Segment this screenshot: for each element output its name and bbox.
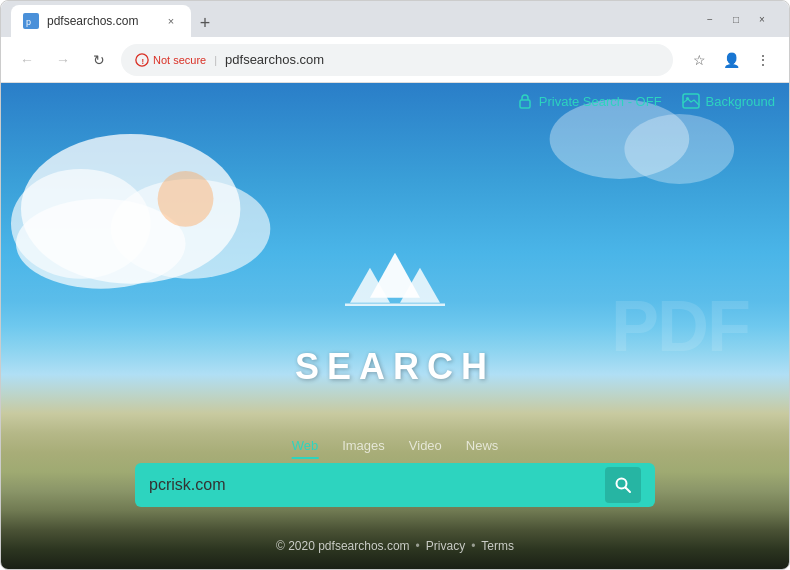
title-bar: p pdfsearchos.com × + − □ × bbox=[1, 1, 789, 37]
profile-button[interactable]: 👤 bbox=[717, 46, 745, 74]
background-label: Background bbox=[706, 94, 775, 109]
footer-dot-1: • bbox=[416, 539, 420, 553]
svg-text:!: ! bbox=[142, 56, 145, 65]
tab-favicon: p bbox=[23, 13, 39, 29]
tab-video[interactable]: Video bbox=[409, 434, 442, 459]
svg-rect-11 bbox=[520, 100, 530, 108]
menu-button[interactable]: ⋮ bbox=[749, 46, 777, 74]
forward-button[interactable]: → bbox=[49, 46, 77, 74]
footer-privacy-link[interactable]: Privacy bbox=[426, 539, 465, 553]
logo-area: SEARCH bbox=[295, 240, 495, 388]
tab-images[interactable]: Images bbox=[342, 434, 385, 459]
tab-bar: p pdfsearchos.com × + bbox=[11, 1, 219, 37]
address-actions: ☆ 👤 ⋮ bbox=[685, 46, 777, 74]
close-button[interactable]: × bbox=[749, 6, 775, 32]
reload-button[interactable]: ↻ bbox=[85, 46, 113, 74]
image-icon bbox=[682, 93, 700, 109]
svg-text:p: p bbox=[26, 17, 31, 27]
tab-news[interactable]: News bbox=[466, 434, 499, 459]
address-bar: ← → ↻ ! Not secure | ☆ 👤 ⋮ bbox=[1, 37, 789, 83]
minimize-button[interactable]: − bbox=[697, 6, 723, 32]
search-box bbox=[135, 463, 655, 507]
browser-window: p pdfsearchos.com × + − □ × ← → ↻ ! Not … bbox=[0, 0, 790, 570]
page-top-bar: Private Search - OFF Background bbox=[517, 93, 775, 109]
logo-text: SEARCH bbox=[295, 346, 495, 388]
maximize-button[interactable]: □ bbox=[723, 6, 749, 32]
url-separator: | bbox=[214, 54, 217, 66]
url-input[interactable] bbox=[225, 52, 659, 67]
logo-icon bbox=[335, 240, 455, 340]
svg-line-19 bbox=[626, 488, 631, 493]
tab-web[interactable]: Web bbox=[292, 434, 319, 459]
active-tab[interactable]: p pdfsearchos.com × bbox=[11, 5, 191, 37]
window-controls: − □ × bbox=[697, 6, 775, 32]
private-search-button[interactable]: Private Search - OFF bbox=[517, 93, 662, 109]
background-button[interactable]: Background bbox=[682, 93, 775, 109]
tab-close-button[interactable]: × bbox=[163, 13, 179, 29]
footer-dot-2: • bbox=[471, 539, 475, 553]
search-tabs: Web Images Video News bbox=[292, 434, 499, 459]
tab-title: pdfsearchos.com bbox=[47, 14, 155, 28]
private-search-label: Private Search - OFF bbox=[539, 94, 662, 109]
search-input[interactable] bbox=[149, 476, 605, 494]
security-indicator: ! Not secure bbox=[135, 53, 206, 67]
security-label: Not secure bbox=[153, 54, 206, 66]
page-content: PDF Private Search - OFF Background bbox=[1, 83, 789, 569]
footer-copyright: © 2020 pdfsearchos.com bbox=[276, 539, 410, 553]
footer-terms-link[interactable]: Terms bbox=[481, 539, 514, 553]
lock-icon bbox=[517, 93, 533, 109]
back-button[interactable]: ← bbox=[13, 46, 41, 74]
address-input-wrap[interactable]: ! Not secure | bbox=[121, 44, 673, 76]
bookmark-button[interactable]: ☆ bbox=[685, 46, 713, 74]
page-footer: © 2020 pdfsearchos.com • Privacy • Terms bbox=[276, 539, 514, 553]
new-tab-button[interactable]: + bbox=[191, 9, 219, 37]
search-submit-button[interactable] bbox=[605, 467, 641, 503]
search-icon bbox=[614, 476, 632, 494]
